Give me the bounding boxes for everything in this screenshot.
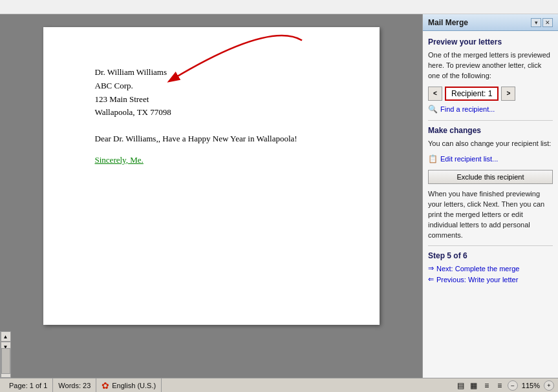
find-link-label: Find a recipient...: [440, 105, 495, 113]
next-arrow-icon: ⇒: [428, 264, 434, 273]
doc-salutation: Dear Dr. Williams,, Have a Happy New Yea…: [95, 132, 341, 146]
language-label: English (U.S.): [112, 382, 156, 389]
find-recipient-link[interactable]: 🔍 Find a recipient...: [428, 105, 553, 114]
next-recipient-btn[interactable]: >: [501, 87, 515, 101]
main-area: Dr. William Williams ABC Corp. 123 Main …: [0, 14, 558, 378]
panel-close-btn[interactable]: ✕: [542, 18, 553, 27]
language-icon: ✿: [102, 380, 109, 391]
edit-icon: 📋: [428, 154, 438, 163]
next-step-label: Next: Complete the merge: [436, 265, 519, 273]
recipient-box: Recipient: 1: [445, 87, 499, 101]
panel-controls: ▾ ✕: [531, 18, 553, 27]
view-icon-4[interactable]: ≡: [495, 380, 505, 391]
section-divider-2: [428, 245, 553, 246]
doc-scrollbar: ▲ ▼ ⊡ ⊡: [0, 331, 10, 378]
mail-merge-panel: Mail Merge ▾ ✕ Preview your letters One …: [422, 14, 558, 378]
zoom-value: 115%: [519, 382, 542, 389]
scroll-up-btn[interactable]: ▲: [1, 331, 11, 342]
make-changes-heading: Make changes: [428, 126, 553, 135]
zoom-in-btn[interactable]: +: [544, 380, 554, 391]
top-bar: [0, 0, 558, 14]
view-icon-3[interactable]: ≡: [482, 380, 492, 391]
exclude-recipient-button[interactable]: Exclude this recipient: [428, 170, 553, 184]
zoom-out-btn[interactable]: –: [508, 380, 518, 391]
preview-heading: Preview your letters: [428, 37, 553, 46]
zoom-area: – 115% +: [508, 380, 554, 391]
section-divider-1: [428, 120, 553, 121]
doc-address: Dr. William Williams ABC Corp. 123 Main …: [95, 66, 341, 119]
page-status: Page: 1 of 1: [4, 378, 53, 392]
doc-body: Dear Dr. Williams,, Have a Happy New Yea…: [95, 132, 341, 167]
edit-recipient-link[interactable]: 📋 Edit recipient list...: [428, 154, 553, 163]
address-line-2: ABC Corp.: [95, 79, 341, 93]
address-line-1: Dr. William Williams: [95, 66, 341, 79]
panel-pin-btn[interactable]: ▾: [531, 18, 541, 27]
next-step-link[interactable]: ⇒ Next: Complete the merge: [428, 264, 553, 273]
status-icons: ▤ ▦ ≡ ≡: [456, 380, 505, 391]
address-line-3: 123 Main Street: [95, 93, 341, 107]
address-line-4: Wallapoola, TX 77098: [95, 106, 341, 119]
words-status: Words: 23: [53, 378, 96, 392]
document-area: Dr. William Williams ABC Corp. 123 Main …: [0, 14, 422, 378]
prev-recipient-btn[interactable]: <: [428, 87, 442, 101]
document-page: Dr. William Williams ABC Corp. 123 Main …: [43, 27, 380, 325]
prev-step-label: Previous: Write your letter: [436, 276, 518, 284]
view-icon-2[interactable]: ▦: [469, 380, 479, 391]
prev-step-link[interactable]: ⇐ Previous: Write your letter: [428, 275, 553, 284]
panel-header: Mail Merge ▾ ✕: [423, 14, 558, 31]
finish-text: When you have finished previewing your l…: [428, 189, 553, 241]
step-title: Step 5 of 6: [428, 251, 553, 260]
preview-description: One of the merged letters is previewed h…: [428, 50, 553, 81]
make-changes-description: You can also change your recipient list:: [428, 139, 553, 149]
document-scroll-area: Dr. William Williams ABC Corp. 123 Main …: [0, 14, 422, 331]
edit-link-label: Edit recipient list...: [440, 155, 498, 163]
panel-content: Preview your letters One of the merged l…: [423, 31, 558, 378]
recipient-nav: < Recipient: 1 >: [428, 87, 553, 101]
doc-closing: Sincerely, Me.: [95, 155, 144, 165]
panel-title: Mail Merge: [428, 18, 468, 27]
view-icon-1[interactable]: ▤: [456, 380, 466, 391]
find-icon: 🔍: [428, 105, 438, 114]
language-status[interactable]: ✿ English (U.S.): [96, 378, 162, 392]
prev-arrow-icon: ⇐: [428, 275, 434, 284]
status-bar: Page: 1 of 1 Words: 23 ✿ English (U.S.) …: [0, 378, 558, 392]
scroll-thumb[interactable]: [1, 348, 10, 374]
